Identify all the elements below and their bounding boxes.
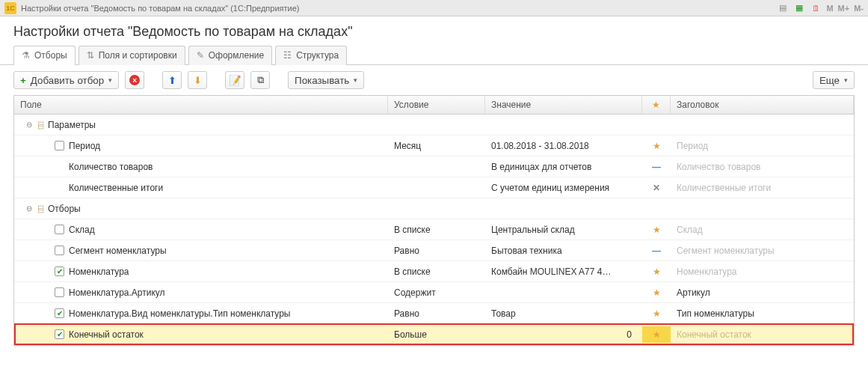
collapse-icon[interactable]: ⊖ <box>25 121 34 129</box>
more-button[interactable]: Еще ▾ <box>813 71 855 89</box>
table-row[interactable]: Номенклатура.Артикул Содержит ★ Артикул <box>14 282 854 303</box>
move-down-button[interactable]: ⬇ <box>188 71 207 89</box>
funnel-icon: ⚗ <box>22 50 30 61</box>
memory-m[interactable]: M <box>826 4 833 13</box>
header-cell[interactable]: Номенклатура <box>671 263 854 280</box>
value-cell[interactable]: С учетом единиц измерения <box>485 180 642 196</box>
delete-button[interactable]: × <box>125 71 144 89</box>
tree-icon: ☷ <box>283 50 292 61</box>
col-header[interactable]: Заголовок <box>671 96 854 114</box>
header-cell[interactable]: Конечный остаток <box>671 326 854 343</box>
condition-cell[interactable] <box>388 185 485 191</box>
checkbox[interactable] <box>55 141 64 150</box>
header-cell[interactable]: Сегмент номенклатуры <box>671 243 854 259</box>
value-cell[interactable]: В единицах для отчетов <box>485 159 642 175</box>
value-cell[interactable]: Комбайн MOULINEX A77 4… <box>485 263 642 280</box>
tab-structure[interactable]: ☷ Структура <box>275 46 347 65</box>
show-button[interactable]: Показывать ▾ <box>288 71 364 89</box>
table-row[interactable]: Количество товаров В единицах для отчето… <box>14 156 854 177</box>
delete-icon: × <box>129 75 140 85</box>
memory-m-minus[interactable]: M- <box>854 4 864 13</box>
value-cell[interactable]: Бытовая техника <box>485 243 642 259</box>
page-title: Настройки отчета "Ведомость по товарам н… <box>0 16 868 46</box>
table-row[interactable]: Количественные итоги С учетом единиц изм… <box>14 177 854 198</box>
table-row-selected[interactable]: Конечный остаток Больше 0 ★ Конечный ост… <box>14 324 854 345</box>
checkbox-checked[interactable] <box>55 329 64 339</box>
checkbox[interactable] <box>55 225 64 234</box>
group-row-params[interactable]: ⊖ ⌸ Параметры <box>14 115 854 135</box>
calendar-icon[interactable]: 🗓 <box>810 2 822 14</box>
copy-button[interactable]: ⧉ <box>250 71 270 89</box>
filters-table: Поле Условие Значение ★ Заголовок ⊖ ⌸ Па… <box>13 95 855 346</box>
show-cell[interactable]: ★ <box>642 222 671 238</box>
tab-label: Отборы <box>34 50 67 61</box>
condition-cell[interactable]: Содержит <box>388 284 485 301</box>
memory-m-plus[interactable]: M+ <box>838 4 850 13</box>
value-cell[interactable]: Центральный склад <box>485 222 642 238</box>
table-header: Поле Условие Значение ★ Заголовок <box>14 96 854 115</box>
col-star[interactable]: ★ <box>642 96 671 114</box>
condition-cell[interactable]: Больше <box>388 326 485 343</box>
condition-cell[interactable]: Равно <box>388 305 485 322</box>
condition-cell[interactable]: Равно <box>388 243 485 259</box>
dash-icon: — <box>652 246 661 256</box>
tabs: ⚗ Отборы ⇅ Поля и сортировки ✎ Оформлени… <box>0 46 868 65</box>
value-cell[interactable] <box>485 290 642 296</box>
header-cell[interactable]: Период <box>671 138 854 154</box>
show-cell[interactable]: ★ <box>642 305 671 322</box>
value-cell[interactable]: 0 <box>485 326 642 343</box>
checkbox-checked[interactable] <box>55 308 64 318</box>
sort-icon: ⇅ <box>87 50 94 61</box>
header-cell[interactable]: Артикул <box>671 284 854 301</box>
condition-cell[interactable] <box>388 164 485 170</box>
document-icon[interactable]: ▤ <box>777 2 789 14</box>
copy-icon: ⧉ <box>257 74 264 86</box>
plus-icon: + <box>20 75 26 86</box>
condition-cell[interactable]: Месяц <box>388 138 485 154</box>
show-cell[interactable]: — <box>642 243 671 259</box>
col-condition[interactable]: Условие <box>388 96 485 114</box>
show-cell[interactable]: ★ <box>642 263 671 280</box>
show-cell[interactable]: ★ <box>642 138 671 154</box>
condition-cell[interactable]: В списке <box>388 263 485 280</box>
header-cell[interactable]: Тип номенклатуры <box>671 305 854 322</box>
header-cell[interactable]: Склад <box>671 222 854 238</box>
edit-button[interactable]: 📝 <box>225 71 244 89</box>
app-logo-icon: 1C <box>4 2 16 14</box>
value-cell[interactable]: Товар <box>485 305 642 322</box>
checkbox[interactable] <box>55 287 64 297</box>
show-cell[interactable]: ✕ <box>642 180 671 196</box>
table-row[interactable]: Номенклатура.Вид номенклатуры.Тип номенк… <box>14 303 854 324</box>
checkbox-checked[interactable] <box>55 266 64 276</box>
grid-icon[interactable]: ▦ <box>793 2 805 14</box>
move-up-button[interactable]: ⬆ <box>162 71 182 89</box>
tab-filters[interactable]: ⚗ Отборы <box>13 46 76 65</box>
tab-format[interactable]: ✎ Оформление <box>188 46 272 65</box>
edit-icon: 📝 <box>229 75 241 86</box>
header-cell[interactable]: Количество товаров <box>671 159 854 175</box>
table-row[interactable]: Номенклатура В списке Комбайн MOULINEX A… <box>14 261 854 282</box>
table-row[interactable]: Склад В списке Центральный склад ★ Склад <box>14 219 854 240</box>
add-filter-button[interactable]: + Добавить отбор ▾ <box>13 71 119 89</box>
folder-icon: ⌸ <box>38 120 43 130</box>
chevron-down-icon: ▾ <box>354 76 357 84</box>
button-label: Показывать <box>295 75 349 86</box>
col-value[interactable]: Значение <box>485 96 642 114</box>
field-label: Склад <box>69 225 95 235</box>
show-cell[interactable]: ★ <box>642 284 671 301</box>
field-label: Количественные итоги <box>69 183 163 193</box>
show-cell[interactable]: ★ <box>642 326 671 343</box>
table-row[interactable]: Период Месяц 01.08.2018 - 31.08.2018 ★ П… <box>14 135 854 156</box>
show-cell[interactable]: — <box>642 159 671 175</box>
tab-fields[interactable]: ⇅ Поля и сортировки <box>79 46 185 65</box>
titlebar-tools: ▤ ▦ 🗓 M M+ M- <box>777 2 864 14</box>
field-label: Сегмент номенклатуры <box>69 246 167 256</box>
header-cell[interactable]: Количественные итоги <box>671 180 854 196</box>
condition-cell[interactable]: В списке <box>388 222 485 238</box>
table-row[interactable]: Сегмент номенклатуры Равно Бытовая техни… <box>14 240 854 261</box>
checkbox[interactable] <box>55 246 64 255</box>
group-row-filters[interactable]: ⊖ ⌸ Отборы <box>14 198 854 219</box>
col-field[interactable]: Поле <box>14 96 388 114</box>
value-cell[interactable]: 01.08.2018 - 31.08.2018 <box>485 138 642 154</box>
collapse-icon[interactable]: ⊖ <box>25 204 34 213</box>
